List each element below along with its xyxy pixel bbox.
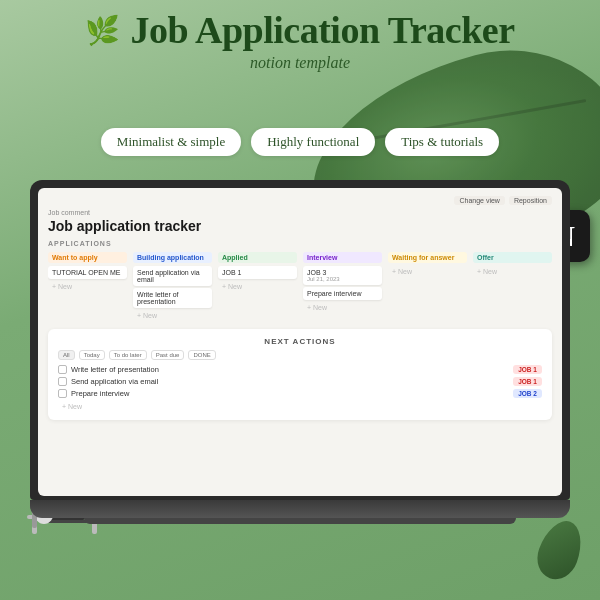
filter-bar: All Today To do later Past due DONE: [58, 350, 542, 360]
applications-section-label: APPLICATIONS: [48, 240, 552, 247]
filter-done[interactable]: DONE: [188, 350, 215, 360]
new-card-want[interactable]: + New: [48, 281, 127, 292]
new-action-item[interactable]: + New: [58, 401, 542, 412]
action-row-2: Send application via email JOB 1: [58, 377, 542, 386]
page-title: Job Application Tracker: [130, 8, 514, 52]
kanban-col-interview: Interview JOB 3 Jul 21, 2023 Prepare int…: [303, 252, 382, 321]
col-header-want: Want to apply: [48, 252, 127, 263]
page-subtitle: notion template: [0, 54, 600, 72]
kanban-col-building: Building application Send application vi…: [133, 252, 212, 321]
laptop-screen-outer: Change view Reposition Job comment Job a…: [30, 180, 570, 500]
laptop-screen: Change view Reposition Job comment Job a…: [38, 188, 562, 496]
next-actions-title: NEXT ACTIONS: [58, 337, 542, 346]
action-left-3: Prepare interview: [58, 389, 129, 398]
kanban-card: Send application via email: [133, 266, 212, 286]
kanban-col-offer: Offer + New: [473, 252, 552, 321]
filter-all[interactable]: All: [58, 350, 75, 360]
new-card-offer[interactable]: + New: [473, 266, 552, 277]
col-header-offer: Offer: [473, 252, 552, 263]
action-left-1: Write letter of presentation: [58, 365, 159, 374]
kanban-card: JOB 3 Jul 21, 2023: [303, 266, 382, 285]
kanban-board: Want to apply TUTORIAL OPEN ME + New Bui…: [48, 252, 552, 321]
new-card-waiting[interactable]: + New: [388, 266, 467, 277]
action-row-1: Write letter of presentation JOB 1: [58, 365, 542, 374]
kanban-col-waiting: Waiting for answer + New: [388, 252, 467, 321]
kanban-card: Prepare interview: [303, 287, 382, 300]
filter-today[interactable]: Today: [79, 350, 105, 360]
title-icon: 🌿: [85, 14, 120, 47]
kanban-card: JOB 1: [218, 266, 297, 279]
new-card-building[interactable]: + New: [133, 310, 212, 321]
action-tag-2: JOB 1: [513, 377, 542, 386]
action-text-1: Write letter of presentation: [71, 365, 159, 374]
action-tag-1: JOB 1: [513, 365, 542, 374]
col-header-waiting: Waiting for answer: [388, 252, 467, 263]
kanban-card: Write letter of presentation: [133, 288, 212, 308]
feature-badges: Minimalist & simple Highly functional Ti…: [0, 128, 600, 156]
next-actions-box: NEXT ACTIONS All Today To do later Past …: [48, 329, 552, 420]
notion-topbar: Change view Reposition: [48, 196, 552, 205]
checkbox-1[interactable]: [58, 365, 67, 374]
laptop-base-bottom: [84, 518, 516, 524]
filter-todo-later[interactable]: To do later: [109, 350, 147, 360]
action-text-2: Send application via email: [71, 377, 158, 386]
card-text: JOB 3: [307, 269, 378, 276]
laptop-base: [30, 500, 570, 518]
change-view-button[interactable]: Change view: [454, 196, 504, 205]
laptop-container: Change view Reposition Job comment Job a…: [30, 180, 570, 580]
action-left-2: Send application via email: [58, 377, 158, 386]
col-header-interview: Interview: [303, 252, 382, 263]
badge-minimalist: Minimalist & simple: [101, 128, 241, 156]
card-date: Jul 21, 2023: [307, 276, 378, 282]
checkbox-3[interactable]: [58, 389, 67, 398]
badge-functional: Highly functional: [251, 128, 375, 156]
new-card-applied[interactable]: + New: [218, 281, 297, 292]
badge-tips: Tips & tutorials: [385, 128, 499, 156]
new-card-interview[interactable]: + New: [303, 302, 382, 313]
page-title-notion: Job application tracker: [48, 218, 552, 234]
action-text-3: Prepare interview: [71, 389, 129, 398]
kanban-col-want: Want to apply TUTORIAL OPEN ME + New: [48, 252, 127, 321]
action-tag-3: JOB 2: [513, 389, 542, 398]
notion-ui: Change view Reposition Job comment Job a…: [38, 188, 562, 496]
kanban-card: TUTORIAL OPEN ME: [48, 266, 127, 279]
col-header-building: Building application: [133, 252, 212, 263]
kanban-col-applied: Applied JOB 1 + New: [218, 252, 297, 321]
breadcrumb: Job comment: [48, 209, 552, 216]
reposition-button[interactable]: Reposition: [509, 196, 552, 205]
col-header-applied: Applied: [218, 252, 297, 263]
checkbox-2[interactable]: [58, 377, 67, 386]
action-row-3: Prepare interview JOB 2: [58, 389, 542, 398]
title-area: 🌿 Job Application Tracker notion templat…: [0, 8, 600, 72]
filter-past-due[interactable]: Past due: [151, 350, 185, 360]
